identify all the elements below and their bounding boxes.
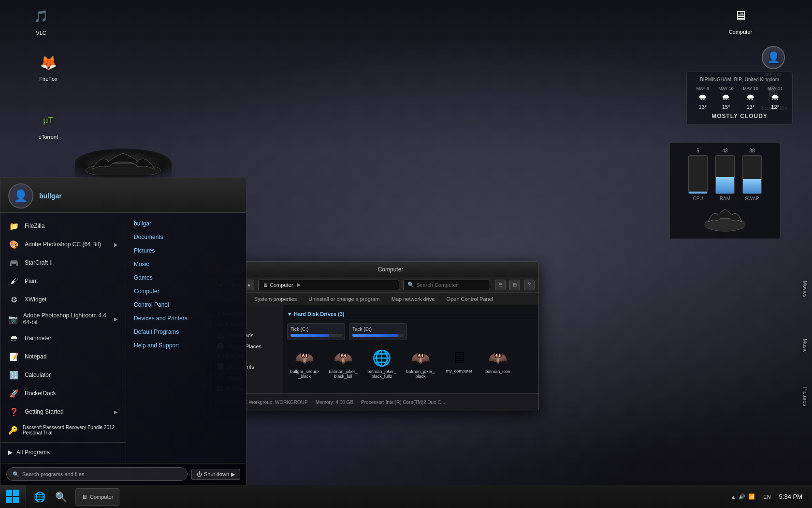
weather-day-3-temp: 12°: [771, 104, 779, 110]
daossoft-icon: 🔑: [8, 424, 18, 436]
right-menu-games[interactable]: Games: [126, 271, 246, 284]
computer-icon: 🖥: [729, 4, 752, 27]
control-panel-menu[interactable]: Open Control Panel: [445, 295, 495, 303]
swap-percent: 38: [749, 148, 754, 153]
clock-time: 5:34 PM: [779, 493, 802, 500]
language-indicator[interactable]: EN: [763, 494, 770, 500]
tray-network-icon[interactable]: 📶: [748, 493, 755, 500]
menu-calculator[interactable]: 🔢 Calculator: [0, 366, 126, 384]
right-menu-bullgar[interactable]: bullgar: [126, 217, 246, 230]
uninstall-menu[interactable]: Uninstall or change a program: [306, 295, 381, 303]
main-content-panel: ▼ Hard Disk Drives (3) Tick (C:) Tack (D…: [283, 305, 538, 393]
file-manager-window: ✕ − □ Computer ◀ ▶ ▲ 🖥 Computer ▶ 🔍 Sear…: [210, 261, 539, 411]
taskbar-computer-window[interactable]: 🖥 Computer: [75, 488, 119, 506]
start-menu-body: 📁 FileZilla 🎨 Adobe Photoshop CC (64 Bit…: [0, 213, 246, 463]
calculator-icon: 🔢: [8, 369, 20, 381]
utorrent-icon-label: uTorrent: [39, 134, 58, 140]
start-menu-right: bullgar Documents Pictures Music Games C…: [126, 213, 246, 463]
desktop-icon-firefox[interactable]: 🦊 FireFox: [29, 51, 68, 82]
drive-c[interactable]: Tick (C:): [287, 323, 345, 340]
svg-rect-4: [6, 497, 12, 503]
menu-getting-started[interactable]: ❓ Getting Started ▶: [0, 403, 126, 421]
menu-rocketdock[interactable]: 🚀 RocketDock: [0, 384, 126, 403]
windows-logo-icon: [5, 489, 21, 505]
tray-arrow[interactable]: ▲: [730, 494, 736, 500]
user-avatar[interactable]: 👤: [8, 183, 33, 209]
desktop-icon-utorrent[interactable]: μT uTorrent: [29, 109, 68, 140]
drive-d-label: Tack (D:): [352, 327, 404, 332]
menu-notepad[interactable]: 📝 Notepad: [0, 347, 126, 366]
file-icon-4[interactable]: 🖥 my_computer: [442, 346, 477, 382]
svg-rect-5: [13, 497, 19, 503]
system-properties-menu[interactable]: System properties: [252, 295, 299, 303]
weather-day-2-temp: 13°: [747, 104, 755, 110]
file-icon-5[interactable]: 🦇 batman_icon: [480, 346, 515, 382]
drives-grid: Tick (C:) Tack (D:): [287, 323, 535, 340]
map-network-menu[interactable]: Map network drive: [390, 295, 437, 303]
menu-paint[interactable]: 🖌 Paint: [0, 272, 126, 290]
start-menu: 👤 bullgar 📁 FileZilla 🎨 Adobe Photoshop …: [0, 177, 246, 485]
right-menu-music[interactable]: Music: [126, 257, 246, 271]
search-placeholder: Search Computer: [416, 282, 458, 288]
shutdown-icon: ⏻: [197, 471, 202, 477]
cpu-percent: 5: [696, 148, 699, 153]
movies-label: Movies: [802, 281, 808, 298]
window-statusbar: BULLGAR-PC Workgroup: WORKGROUP Memory: …: [211, 393, 538, 411]
right-menu-help[interactable]: Help and Support: [126, 339, 246, 352]
menu-filezilla[interactable]: 📁 FileZilla: [0, 217, 126, 235]
menu-rainmeter[interactable]: 🌧 Rainmeter: [0, 329, 126, 347]
right-menu-pictures[interactable]: Pictures: [126, 244, 246, 257]
firefox-icon: 🦊: [37, 51, 60, 74]
taskbar-ie-icon[interactable]: 🌐: [30, 487, 49, 507]
file-icon-2[interactable]: 🌐 batman_joker_black_full2: [364, 346, 399, 382]
taskbar-search-icon[interactable]: 🔍: [51, 487, 71, 507]
address-bar[interactable]: 🖥 Computer ▶: [258, 280, 399, 290]
file-icon-3[interactable]: 🦇 batman_joker_black: [403, 346, 438, 382]
search-bar[interactable]: 🔍 Search Computer: [403, 280, 490, 290]
menu-xwidget[interactable]: ⚙ XWidget: [0, 290, 126, 309]
right-menu-documents[interactable]: Documents: [126, 230, 246, 244]
weather-day-2-label: MAY 10: [743, 86, 758, 91]
right-menu-computer[interactable]: Computer: [126, 284, 246, 298]
right-menu-default-programs[interactable]: Default Programs: [126, 325, 246, 339]
address-bar-icon: 🖥: [262, 282, 268, 288]
taskbar-window-label: Computer: [90, 494, 113, 500]
menu-starcraft[interactable]: 🎮 StarCraft II: [0, 254, 126, 272]
menu-lightroom[interactable]: 📷 Adobe Photoshop Lightroom 4.4 64-bit ▶: [0, 309, 126, 329]
menu-photoshop[interactable]: 🎨 Adobe Photoshop CC (64 Bit) ▶: [0, 235, 126, 254]
ram-bar-wrap: 43 RAM: [715, 148, 735, 201]
cpu-label: CPU: [693, 196, 703, 201]
help-button[interactable]: ?: [524, 280, 535, 290]
drive-d[interactable]: Tack (D:): [349, 323, 407, 340]
all-programs-item[interactable]: ▶ All Programs: [0, 446, 126, 459]
start-menu-bottom: 🔍 Search programs and files ⏻ Shut down …: [0, 463, 246, 485]
sysmon-bars: 5 CPU 43 RAM 38 SWAP: [675, 148, 775, 201]
view-button[interactable]: ☰: [495, 280, 506, 290]
tray-volume-icon[interactable]: 🔊: [739, 493, 745, 500]
weather-location: BIRMINGHAM, BIR, United Kingdom: [692, 77, 787, 82]
view-toggle-button[interactable]: ⊞: [509, 280, 520, 290]
window-toolbar: ◀ ▶ ▲ 🖥 Computer ▶ 🔍 Search Computer ☰ ⊞…: [211, 277, 538, 293]
clock[interactable]: 5:34 PM: [775, 493, 806, 500]
shutdown-button[interactable]: ⏻ Shut down ▶: [191, 469, 240, 480]
desktop-icon-computer[interactable]: 🖥 Computer: [721, 4, 760, 35]
right-menu-control-panel[interactable]: Control Panel: [126, 298, 246, 312]
notepad-icon: 📝: [8, 351, 20, 362]
start-menu-left: 📁 FileZilla 🎨 Adobe Photoshop CC (64 Bit…: [0, 213, 126, 463]
window-title: Computer: [246, 266, 535, 273]
ram-percent: 43: [722, 148, 727, 153]
drive-c-bar: [290, 334, 342, 337]
ram-bar-fill: [716, 177, 734, 194]
weather-day-1: MAY 10 🌧 15°: [719, 86, 734, 110]
file-icon-0[interactable]: 🦇 bullgar_secure_black: [287, 346, 322, 382]
svg-rect-2: [6, 490, 12, 496]
menu-daossoft[interactable]: 🔑 Daossoft Password Recovery Bundle 2012…: [0, 421, 126, 439]
start-button[interactable]: [0, 485, 26, 508]
file-icon-1[interactable]: 🦇 batman_joker_black_full: [326, 346, 361, 382]
search-programs-text: Search programs and files: [22, 471, 84, 477]
right-menu-devices[interactable]: Devices and Printers: [126, 312, 246, 325]
drive-d-fill: [352, 334, 398, 337]
search-programs-box[interactable]: 🔍 Search programs and files: [6, 467, 188, 481]
all-programs-icon: ▶: [8, 449, 13, 456]
desktop-icon-vlc[interactable]: 🎵 VLC: [22, 5, 60, 36]
